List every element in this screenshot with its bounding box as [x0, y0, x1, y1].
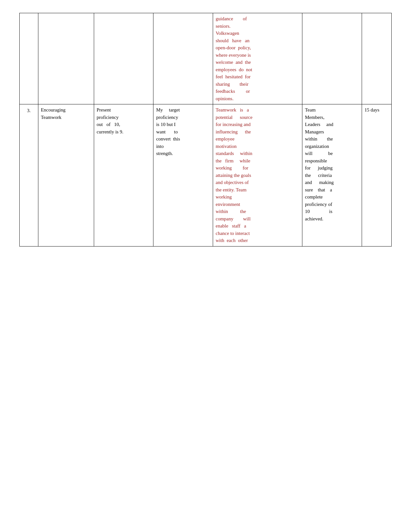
cell-area-3: EncouragingTeamwork [38, 104, 94, 247]
cell-timeline-3: 15 days [362, 104, 391, 247]
cell-responsible-3: Team Members, Leaders and Managers withi… [302, 104, 362, 247]
actions-text-3: Teamwork is a potential source for incre… [216, 106, 299, 244]
cell-timeline-1 [362, 13, 391, 104]
cell-target-1 [153, 13, 213, 104]
main-table: guidance of seniors. Volkswagen should h… [19, 13, 392, 247]
cell-actions-1: guidance of seniors. Volkswagen should h… [213, 13, 302, 104]
cell-area-1 [38, 13, 94, 104]
cell-num-3: 3. [20, 104, 38, 247]
cell-current-1 [94, 13, 153, 104]
responsible-text-3: Team Members, Leaders and Managers withi… [305, 106, 359, 222]
current-text-3: Present proficiency out of 10, currently… [97, 106, 151, 135]
cell-target-3: My target proficiency is 10 but I want t… [153, 104, 213, 247]
cell-current-3: Present proficiency out of 10, currently… [94, 104, 153, 247]
area-text-3: EncouragingTeamwork [41, 106, 91, 121]
page-content: guidance of seniors. Volkswagen should h… [19, 13, 392, 247]
timeline-text-3: 15 days [365, 106, 389, 114]
table-row: guidance of seniors. Volkswagen should h… [20, 13, 392, 104]
cell-num-1 [20, 13, 38, 104]
cell-actions-3: Teamwork is a potential source for incre… [213, 104, 302, 247]
target-text-3: My target proficiency is 10 but I want t… [156, 106, 210, 157]
actions-text-1: guidance of seniors. Volkswagen should h… [216, 15, 299, 102]
cell-responsible-1 [302, 13, 362, 104]
table-row-3: 3. EncouragingTeamwork Present proficien… [20, 104, 392, 247]
